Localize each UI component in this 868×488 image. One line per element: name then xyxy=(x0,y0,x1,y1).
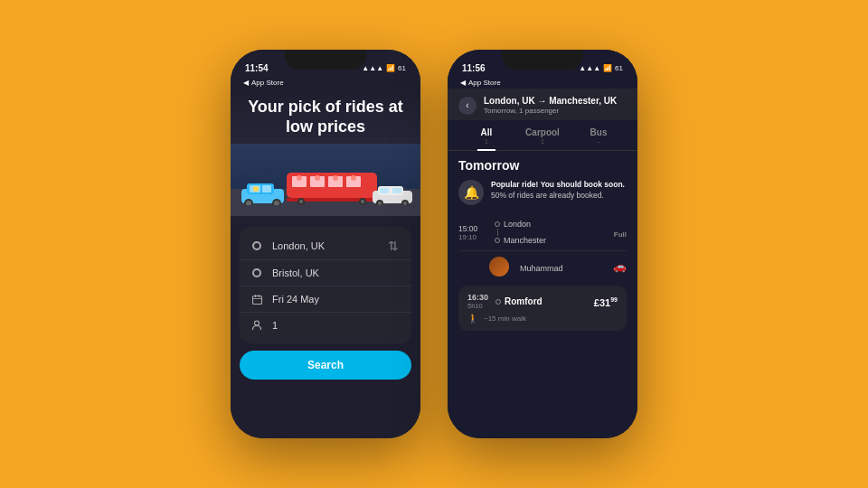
white-car-icon xyxy=(371,183,416,205)
blue-car-icon xyxy=(238,180,288,205)
phone-notch-2 xyxy=(502,50,583,70)
ride-card-romford[interactable]: 16:30 5h10 Romford £3199 xyxy=(458,286,627,331)
walk-time: ~15 min walk xyxy=(484,314,526,323)
back-label-1: App Store xyxy=(251,79,284,87)
ride-card-bottom: 🚶 ~15 min walk xyxy=(467,314,618,324)
driver-name: Muhammad xyxy=(520,264,563,273)
svg-rect-32 xyxy=(255,295,256,297)
signal-icon-2: ▲▲▲ xyxy=(579,64,600,72)
svg-point-19 xyxy=(297,175,302,181)
origin-name-2: Romford xyxy=(505,296,542,306)
tab-carpool-count: 1 xyxy=(518,138,567,145)
ride-row-2[interactable]: Muhammad 🚗 xyxy=(458,251,627,282)
status-icons-2: ▲▲▲ 📶 61 xyxy=(579,64,623,72)
tab-bus[interactable]: Bus – xyxy=(571,120,627,150)
swap-icon[interactable]: ⇅ xyxy=(386,239,401,253)
phone1-content: 11:54 ▲▲▲ 📶 61 ◀ App Store Your pick of … xyxy=(231,50,420,438)
route-header: ‹ London, UK → Manchester, UK Tomorrow, … xyxy=(448,89,637,120)
dest-name-1: Manchester xyxy=(504,236,546,245)
origin-row[interactable]: London, UK ⇅ xyxy=(240,232,411,260)
destination-field[interactable]: Bristol, UK xyxy=(272,267,401,278)
ride-status-1: Full xyxy=(614,224,627,240)
tab-bus-label: Bus xyxy=(574,127,623,137)
ride-start-time-1: 15:00 xyxy=(458,224,489,233)
origin-stop-2: Romford xyxy=(495,296,587,306)
stop-dot-dest-1 xyxy=(495,238,500,243)
svg-point-30 xyxy=(403,202,407,205)
status-icons-1: ▲▲▲ 📶 61 xyxy=(362,64,406,72)
ride-route-col-1: London Manchester xyxy=(489,220,614,245)
tab-all-underline xyxy=(477,149,495,151)
svg-rect-31 xyxy=(252,296,261,304)
origin-icon xyxy=(250,239,263,252)
svg-point-20 xyxy=(315,175,320,181)
route-title: London, UK → Manchester, UK xyxy=(484,96,627,106)
passengers-field[interactable]: 1 xyxy=(272,320,401,331)
notification-text: Popular ride! You should book soon. 50% … xyxy=(491,180,625,202)
origin-stop-1: London xyxy=(495,220,609,229)
signal-icon: ▲▲▲ xyxy=(362,64,383,72)
ride-end-time-1: 19:10 xyxy=(458,233,489,241)
notification-banner: 🔔 Popular ride! You should book soon. 50… xyxy=(458,180,627,205)
destination-row[interactable]: Bristol, UK xyxy=(240,260,411,286)
wifi-icon: 📶 xyxy=(386,64,395,72)
svg-point-22 xyxy=(351,175,356,181)
section-title: Tomorrow xyxy=(458,158,627,173)
route-info: London, UK → Manchester, UK Tomorrow, 1 … xyxy=(484,96,627,115)
svg-point-18 xyxy=(361,200,364,203)
tab-all-label: All xyxy=(462,127,511,137)
origin-field[interactable]: London, UK xyxy=(272,240,377,251)
stop-dot-origin-1 xyxy=(495,221,500,227)
tab-all-count: 1 xyxy=(462,138,511,145)
bell-icon: 🔔 xyxy=(458,180,484,205)
hero-section: Your pick of rides atlow prices xyxy=(231,90,420,227)
tab-carpool-label: Carpool xyxy=(518,127,567,137)
wifi-icon-2: 📶 xyxy=(603,64,612,72)
search-form: London, UK ⇅ Bristol, UK Fri 24 May xyxy=(240,227,411,343)
notif-body-text: 50% of rides are already booked. xyxy=(491,191,604,200)
back-arrow-icon: ◀ xyxy=(243,79,249,87)
search-button[interactable]: Search xyxy=(240,351,411,380)
svg-point-28 xyxy=(378,202,382,205)
back-nav-1[interactable]: ◀ App Store xyxy=(231,79,420,90)
phone-2: 11:56 ▲▲▲ 📶 61 ◀ App Store ‹ London, UK … xyxy=(448,50,637,438)
notif-bold-text: Popular ride! You should book soon. xyxy=(491,180,625,189)
ride-price-col: £3199 xyxy=(594,294,618,310)
svg-rect-25 xyxy=(380,188,389,193)
destination-icon xyxy=(250,267,263,279)
battery-icon: 61 xyxy=(398,64,406,72)
date-row[interactable]: Fri 24 May xyxy=(240,286,411,313)
calendar-icon xyxy=(250,293,263,305)
red-bus-icon xyxy=(285,169,380,205)
svg-point-8 xyxy=(253,186,259,192)
svg-rect-33 xyxy=(258,295,259,297)
svg-rect-26 xyxy=(392,188,401,193)
walking-icon: 🚶 xyxy=(467,314,478,324)
tab-bus-count: – xyxy=(574,138,623,145)
ride-row-1[interactable]: 15:00 19:10 London Manchester xyxy=(458,214,627,251)
svg-point-16 xyxy=(299,200,303,203)
ride-duration: 5h10 xyxy=(467,302,488,310)
tab-all[interactable]: All 1 xyxy=(458,120,514,150)
ride-driver-col: Muhammad xyxy=(514,258,613,275)
passengers-row[interactable]: 1 xyxy=(240,313,411,338)
phone2-content: 11:56 ▲▲▲ 📶 61 ◀ App Store ‹ London, UK … xyxy=(448,50,637,438)
full-badge: Full xyxy=(614,230,627,239)
back-label-2: App Store xyxy=(468,79,501,87)
filter-tabs: All 1 Carpool 1 Bus – xyxy=(448,120,637,151)
back-nav-2[interactable]: ◀ App Store xyxy=(448,79,637,89)
route-line-1 xyxy=(497,229,498,236)
back-arrow-icon-2: ◀ xyxy=(460,79,466,87)
time-2: 11:56 xyxy=(462,63,486,73)
illustration xyxy=(231,144,420,216)
svg-rect-3 xyxy=(262,185,271,192)
search-button-label: Search xyxy=(307,359,344,371)
ride-depart-time: 16:30 xyxy=(467,293,488,302)
ride-price: £3199 xyxy=(594,297,618,308)
tab-carpool[interactable]: Carpool 1 xyxy=(514,120,571,150)
ride-place-col: Romford xyxy=(488,296,594,306)
route-back-button[interactable]: ‹ xyxy=(458,97,476,115)
date-field[interactable]: Fri 24 May xyxy=(272,294,401,305)
ride-card-top: 16:30 5h10 Romford £3199 xyxy=(467,293,618,310)
ride-time-place: 16:30 5h10 xyxy=(467,293,488,310)
